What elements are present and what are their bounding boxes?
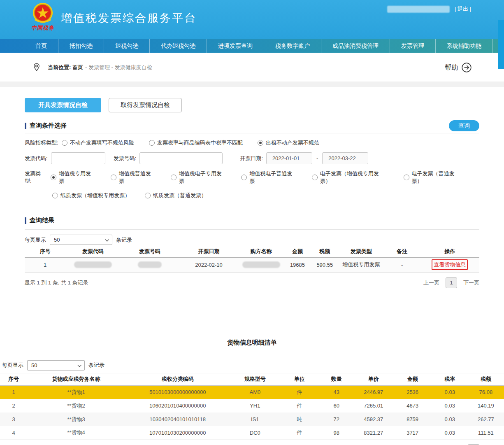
col-goods-name: 货物或应税劳务名称 <box>27 373 125 385</box>
nav-item-oil-tax-mgmt[interactable]: 成品油消费税管理 <box>321 39 390 53</box>
per-page-select[interactable]: 50 <box>50 235 112 245</box>
nav-item-tax-refund-check[interactable]: 退税勾选 <box>104 39 150 53</box>
date-from-input[interactable]: 2022-01-01 <box>266 152 312 164</box>
cell-invoice-type: 增值税专用发票 <box>338 257 384 272</box>
cell-buyer-name <box>238 257 284 272</box>
cell-quantity: 43 <box>319 385 354 399</box>
results-per-page: 每页显示 50 条记录 <box>25 235 479 245</box>
results-table: 序号 发票代码 发票号码 开票日期 购方名称 金额 税额 发票类型 备注 操作 … <box>25 246 479 273</box>
col-seq: 序号 <box>25 246 65 257</box>
goods-detail-title: 货物信息明细清单 <box>0 339 504 347</box>
section-divider <box>25 229 479 230</box>
results-footer: 显示 1 到 1 条, 共 1 条记录 上一页 1 下一页 <box>25 277 479 288</box>
cell-tax-class-code: 5010103000000000000 <box>125 385 230 399</box>
nav-item-invoice-mgmt[interactable]: 发票管理 <box>390 39 436 53</box>
cell-seq: 1 <box>0 385 27 399</box>
nav-item-digital-account[interactable]: 税务数字账户 <box>264 39 321 53</box>
logo: 中国税务 <box>30 2 56 32</box>
cell-issue-date: 2022-02-10 <box>179 257 239 272</box>
cell-invoice-code <box>65 257 120 272</box>
date-to-input[interactable]: 2022-03-22 <box>322 152 368 164</box>
results-section-title: 查询结果 <box>30 217 54 224</box>
table-row[interactable]: 2 **货物2 1060201010400000000 YH1 件 60 726… <box>0 399 504 412</box>
prev-page-button[interactable]: 上一页 <box>423 279 439 287</box>
nav-item-input-invoice-query[interactable]: 进项发票查询 <box>207 39 264 53</box>
section-bar <box>25 217 26 224</box>
type-option-e-special[interactable]: 增值税电子专用发票 <box>171 170 227 185</box>
col-spec-model: 规格型号 <box>230 373 280 385</box>
nav-item-deduction-check[interactable]: 抵扣勾选 <box>58 39 104 53</box>
nav-item-system-aux[interactable]: 系统辅助功能 <box>436 39 493 53</box>
radio-checked-icon <box>258 140 263 146</box>
risk-option-1[interactable]: 不动产发票填写不规范风险 <box>62 139 134 147</box>
breadcrumb-current: 当前位置: 首页 <box>48 64 83 71</box>
col-unit: 单位 <box>280 373 319 385</box>
table-row-highlighted[interactable]: 1 **货物1 5010103000000000000 AM0 件 43 244… <box>0 385 504 399</box>
invoice-code-input[interactable] <box>51 152 105 164</box>
col-invoice-number: 发票号码 <box>120 246 179 257</box>
tab-issued-invoice-selfcheck[interactable]: 开具发票情况自检 <box>25 98 101 112</box>
date-separator: - <box>316 155 318 161</box>
per-page-label: 每页显示 <box>25 236 46 244</box>
section-divider <box>25 133 479 133</box>
page-number-button[interactable]: 1 <box>446 277 457 288</box>
per-page-label: 每页显示 <box>2 361 23 369</box>
col-amount: 金额 <box>393 373 432 385</box>
nav-item-home[interactable]: 首页 <box>24 39 58 53</box>
col-quantity: 数量 <box>319 373 354 385</box>
tax-emblem-icon <box>32 2 54 24</box>
risk-option-2[interactable]: 发票税率与商品编码表中税率不匹配 <box>149 139 243 147</box>
cell-tax-class-code: 1030402040101010118 <box>125 412 230 426</box>
cell-seq: 2 <box>0 399 27 412</box>
detail-header-row: 序号 货物或应税劳务名称 税收分类编码 规格型号 单位 数量 单价 金额 税率 … <box>0 373 504 385</box>
cell-amount: 2536 <box>393 385 432 399</box>
cell-tax-rate: 0.03 <box>432 385 468 399</box>
radio-icon <box>111 175 116 180</box>
cell-amount: 3717 <box>393 426 432 440</box>
type-option-paper-general[interactable]: 纸质发票（普通发票） <box>145 192 207 199</box>
nav-item-agent-refund-check[interactable]: 代办退税勾选 <box>150 39 207 53</box>
cell-unit-price: 7265.01 <box>354 399 393 412</box>
radio-icon <box>52 193 58 198</box>
col-tax-amount: 税额 <box>468 373 504 385</box>
arrow-right-circle-icon <box>461 62 472 73</box>
cell-amount: 8759 <box>393 412 432 426</box>
next-page-button[interactable]: 下一页 <box>463 279 479 287</box>
type-option-paper-special[interactable]: 纸质发票（增值税专用发票） <box>52 192 130 199</box>
chevron-down-icon <box>77 363 81 367</box>
view-goods-info-link[interactable]: 查看货物信息 <box>432 259 468 270</box>
chevron-down-icon <box>105 238 109 242</box>
cell-seq: 1 <box>25 257 65 272</box>
cell-spec-model: IS1 <box>230 412 280 426</box>
search-button[interactable]: 查询 <box>449 120 479 131</box>
redacted-value <box>242 261 280 268</box>
cell-tax-amount: 140.19 <box>468 399 504 412</box>
radio-checked-icon <box>51 175 56 180</box>
app-header: 中国税务 增值税发票综合服务平台 | 退出 | <box>0 0 504 39</box>
type-option-einvoice-special[interactable]: 电子发票（增值税专用发票） <box>312 170 389 185</box>
table-row[interactable]: 4 **货物4 1070101030200000000 DC0 件 98 832… <box>0 426 504 440</box>
invoice-number-input[interactable] <box>139 152 223 164</box>
risk-option-3[interactable]: 出租不动产发票不规范 <box>258 139 319 147</box>
detail-per-page-select[interactable]: 50 <box>27 360 85 370</box>
col-seq: 序号 <box>0 373 27 385</box>
cell-unit: 件 <box>280 426 319 440</box>
tab-received-invoice-selfcheck[interactable]: 取得发票情况自检 <box>109 98 182 112</box>
cell-goods-name: **货物2 <box>27 399 125 412</box>
cell-spec-model: DC0 <box>230 426 280 440</box>
logout-link[interactable]: | 退出 | <box>455 5 471 13</box>
page-title: 增值税发票综合服务平台 <box>61 11 197 26</box>
type-option-general[interactable]: 增值税普通发票 <box>111 170 156 185</box>
redacted-value <box>74 261 112 268</box>
side-flyout-tab[interactable] <box>498 20 504 69</box>
col-invoice-code: 发票代码 <box>65 246 120 257</box>
table-row[interactable]: 3 **货物3 1030402040101010118 IS1 吨 72 459… <box>0 412 504 426</box>
records-suffix: 条记录 <box>88 361 105 369</box>
location-icon <box>31 62 42 73</box>
help-link[interactable]: 帮助 <box>445 62 472 73</box>
type-option-einvoice-general[interactable]: 电子发票（普通发票） <box>404 170 465 185</box>
col-tax: 税额 <box>311 246 338 257</box>
type-option-e-general[interactable]: 增值税电子普通发票 <box>241 170 297 185</box>
type-option-special[interactable]: 增值税专用发票 <box>51 170 96 185</box>
invoice-date-label: 开票日期: <box>240 155 263 162</box>
